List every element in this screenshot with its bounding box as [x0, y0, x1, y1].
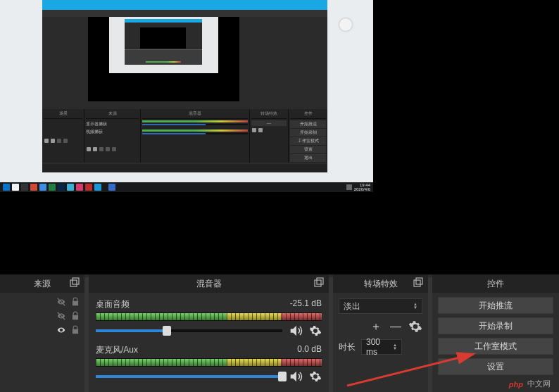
watermark: php 中文网 [509, 379, 551, 389]
watermark-brand: php [509, 380, 523, 388]
sources-panel: 来源 [0, 274, 84, 392]
inner-obs-titlebar [42, 0, 327, 10]
sources-popout-icon[interactable] [69, 277, 80, 289]
source-row-2[interactable] [4, 311, 80, 321]
transition-settings-icon[interactable] [408, 320, 422, 334]
bottom-dock: 来源 混音器 桌面音频 -25.1 dB [0, 274, 559, 392]
duration-value: 300 ms [366, 337, 393, 357]
remove-transition-button[interactable]: — [389, 320, 403, 334]
transitions-popout-icon[interactable] [413, 277, 424, 289]
source-row-1[interactable] [4, 297, 80, 307]
visibility-off-icon[interactable] [56, 311, 66, 321]
preview-frame: 场景 来源 显示器捕获 视频捕获 混音器 转 [0, 0, 384, 274]
inner-obs-menubar [42, 10, 327, 17]
preview-side-space [384, 0, 559, 274]
watermark-site: 中文网 [527, 379, 551, 389]
nested-obs [125, 19, 202, 65]
assist-bubble-icon [339, 18, 352, 31]
duration-input[interactable]: 300 ms ▲▼ [361, 339, 402, 355]
inner-obs-preview [88, 17, 239, 101]
inner-sources-title: 来源 [86, 110, 139, 119]
channel-name: 麦克风/Aux [96, 344, 138, 356]
channel-settings-icon[interactable] [309, 370, 322, 383]
mixer-panel: 混音器 桌面音频 -25.1 dB [89, 274, 329, 392]
visibility-on-icon[interactable] [56, 325, 66, 335]
transitions-title: 转场特效 [364, 278, 398, 290]
lock-icon[interactable] [70, 297, 80, 307]
controls-title: 控件 [487, 278, 504, 290]
add-transition-button[interactable]: ＋ [369, 320, 383, 334]
inner-obs-window: 场景 来源 显示器捕获 视频捕获 混音器 转 [42, 0, 327, 172]
start-record-button[interactable]: 开始录制 [438, 317, 553, 334]
inner-obs-statusbar [42, 164, 327, 172]
speaker-icon[interactable] [288, 323, 303, 339]
channel-db: 0.0 dB [297, 344, 322, 356]
inner-mixer-title: 混音器 [142, 110, 248, 119]
inner-ctrl-title: 控件 [290, 110, 326, 119]
volume-slider-1[interactable] [96, 329, 282, 332]
source-row-3[interactable] [4, 325, 80, 335]
inner-scenes-title: 场景 [44, 110, 82, 119]
studio-mode-button[interactable]: 工作室模式 [438, 338, 553, 355]
transitions-panel: 转场特效 淡出 ▲▼ ＋ — 时长 300 ms ▲▼ [333, 274, 428, 392]
captured-taskbar: 19:44 2020/4/6 [0, 182, 373, 192]
svg-rect-1 [73, 278, 79, 284]
inner-obs-dock: 场景 来源 显示器捕获 视频捕获 混音器 转 [42, 109, 327, 163]
mixer-title: 混音器 [196, 278, 222, 290]
settings-button[interactable]: 设置 [438, 358, 553, 375]
vu-meter-2 [96, 358, 322, 367]
svg-rect-5 [416, 278, 422, 284]
vu-meter-1 [96, 312, 322, 321]
inner-start-stream: 开始推流 [290, 120, 326, 128]
inner-trans-title: 转场特效 [251, 110, 287, 119]
channel-name: 桌面音频 [96, 298, 130, 310]
nested-desktop [109, 17, 218, 73]
volume-slider-2[interactable] [96, 375, 282, 378]
inner-source-2: 视频捕获 [86, 128, 139, 136]
svg-rect-4 [414, 280, 420, 286]
transition-select[interactable]: 淡出 ▲▼ [339, 298, 422, 314]
controls-panel: 控件 开始推流 开始录制 工作室模式 设置 [432, 274, 559, 392]
mixer-channel-mic: 麦克风/Aux 0.0 dB [96, 344, 322, 384]
lock-icon[interactable] [70, 325, 80, 335]
captured-desktop: 场景 来源 显示器捕获 视频捕获 混音器 转 [0, 0, 373, 192]
inner-settings: 设置 [290, 146, 326, 153]
clock-date: 2020/4/6 [354, 187, 370, 191]
sources-title: 来源 [34, 278, 51, 290]
svg-rect-3 [317, 278, 323, 284]
svg-rect-0 [70, 280, 77, 286]
channel-db: -25.1 dB [290, 298, 322, 310]
inner-source-1: 显示器捕获 [86, 120, 139, 128]
lock-icon[interactable] [70, 311, 80, 321]
preview-area: 场景 来源 显示器捕获 视频捕获 混音器 转 [0, 0, 559, 274]
mixer-channel-desktop: 桌面音频 -25.1 dB [96, 298, 322, 339]
duration-label: 时长 [339, 341, 356, 353]
transition-selected: 淡出 [344, 301, 360, 312]
start-stream-button[interactable]: 开始推流 [438, 297, 553, 314]
channel-settings-icon[interactable] [309, 324, 322, 337]
speaker-icon[interactable] [288, 369, 303, 384]
mixer-popout-icon[interactable] [313, 277, 325, 289]
inner-start-record: 开始录制 [290, 129, 326, 137]
visibility-off-icon[interactable] [56, 297, 66, 307]
svg-rect-2 [315, 280, 321, 286]
inner-studio: 工作室模式 [290, 137, 326, 145]
inner-exit: 退出 [290, 154, 326, 162]
